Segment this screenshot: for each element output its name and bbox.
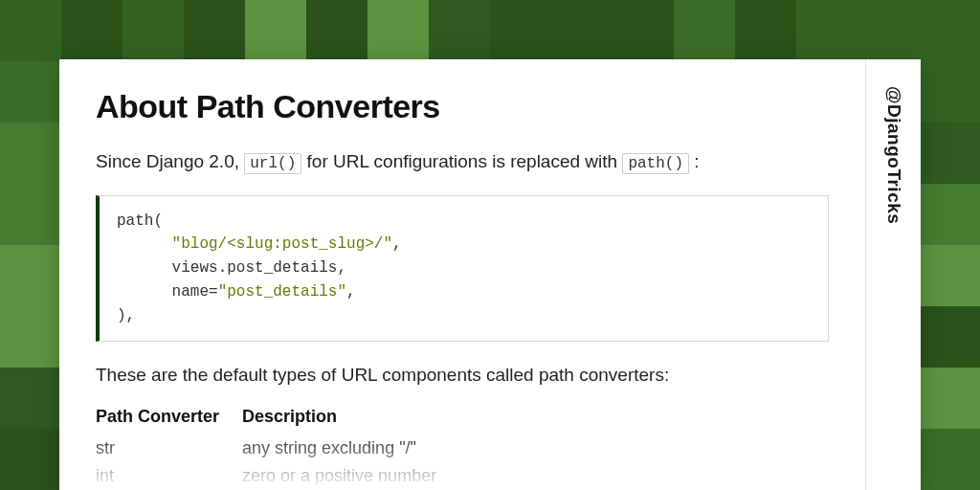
code-token: , [337,259,346,277]
intro-text: Since Django 2.0, [96,151,244,171]
intro-text: for URL configurations is replaced with [301,151,622,171]
table-cell: zero or a positive number [242,462,459,490]
code-block: path( "blog/<slug:post_slug>/", views.po… [96,195,829,343]
table-header: Description [242,403,459,434]
intro-text: : [689,151,700,171]
converters-table: Path Converter Description str any strin… [96,403,459,490]
page-title: About Path Converters [96,88,829,125]
code-inline-url: url() [244,153,301,174]
main-column: About Path Converters Since Django 2.0, … [59,59,865,490]
table-row: int zero or a positive number [96,462,459,490]
author-handle: @DjangoTricks [883,86,904,224]
table-cell: str [96,434,242,462]
sidebar: @DjangoTricks [865,59,921,490]
code-token: name [172,283,209,301]
table-header: Path Converter [96,403,242,434]
code-token: path [117,212,153,230]
table-header-row: Path Converter Description [96,403,459,434]
code-token: "blog/<slug:post_slug>/" [172,235,392,253]
code-token: , [392,235,402,253]
code-token: = [209,283,218,301]
code-token: ), [117,307,135,324]
table-row: str any string excluding "/" [96,434,459,462]
code-token: post_details [227,259,337,277]
code-token: , [346,283,356,301]
code-token: . [218,259,228,277]
table-cell: int [96,462,242,490]
table-intro: These are the default types of URL compo… [96,365,829,386]
content-card: About Path Converters Since Django 2.0, … [59,59,921,490]
code-token: ( [153,212,163,230]
code-token: views [172,259,218,277]
code-token: "post_details" [218,283,346,301]
intro-paragraph: Since Django 2.0, url() for URL configur… [96,148,829,176]
code-inline-path: path() [622,153,689,174]
table-cell: any string excluding "/" [242,434,459,462]
